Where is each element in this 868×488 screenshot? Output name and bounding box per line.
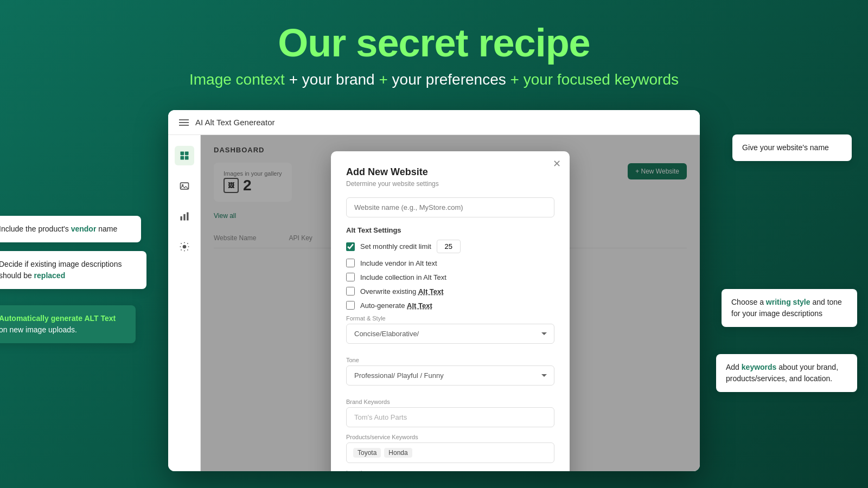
modal-subtitle: Determine your website settings — [346, 180, 554, 188]
format-style-group: Format & Style Concise/Elaborative/ — [346, 315, 554, 350]
sidebar-images-icon[interactable] — [175, 176, 194, 196]
svg-rect-2 — [180, 156, 184, 160]
credit-limit-row: Set monthly credit limit — [346, 240, 554, 253]
alt-text-settings-label: Alt Text Settings — [346, 226, 554, 234]
credit-limit-label: Set monthly credit limit — [360, 242, 431, 251]
brand-keywords-input[interactable] — [346, 407, 554, 427]
svg-rect-8 — [187, 213, 188, 221]
hero-subtitle: Image context + your brand + your prefer… — [0, 71, 868, 88]
autogen-checkbox[interactable] — [346, 301, 355, 310]
autogen-label: Auto-generate Alt Text — [360, 301, 432, 310]
vendor-checkbox-row: Include vendor in Alt text — [346, 259, 554, 267]
sidebar — [168, 135, 201, 471]
hamburger-menu[interactable] — [179, 119, 189, 126]
app-titlebar: AI Alt Text Genereator — [168, 110, 700, 135]
subtitle-plus1: + — [289, 71, 298, 88]
subtitle-part1: Image context — [189, 71, 289, 88]
collection-checkbox-row: Include collection in Alt Text — [346, 273, 554, 281]
credit-limit-input[interactable] — [437, 240, 461, 253]
app-window: AI Alt Text Genereator — [168, 110, 700, 471]
location-label: Location — [346, 470, 554, 471]
callout-keywords: Add keywords about your brand, products/… — [716, 354, 857, 392]
hero-section: Our secret recipe Image context + your b… — [0, 0, 868, 105]
add-website-modal: ✕ Add New Website Determine your website… — [331, 151, 570, 471]
modal-overlay: ✕ Add New Website Determine your website… — [201, 135, 700, 471]
callout-give-name-text: Give your website's name — [742, 143, 829, 152]
overwrite-label: Overwrite existing Alt Text — [360, 287, 444, 296]
modal-title: Add New Website — [346, 166, 554, 178]
svg-rect-6 — [180, 216, 182, 221]
subtitle-prefs: your preferences — [392, 71, 510, 88]
subtitle-plus2: + — [379, 71, 387, 88]
svg-rect-3 — [184, 156, 188, 160]
callout-give-name: Give your website's name — [732, 134, 852, 161]
sidebar-settings-icon[interactable] — [175, 237, 194, 256]
collection-label: Include collection in Alt Text — [360, 273, 446, 281]
format-style-select[interactable]: Concise/Elaborative/ — [346, 324, 554, 344]
replace-strong: replaced — [34, 271, 66, 280]
app-title: AI Alt Text Genereator — [195, 118, 275, 127]
tone-label: Tone — [346, 357, 554, 363]
svg-rect-1 — [184, 152, 188, 156]
callout-autogen: Automatically generate ALT Text on new i… — [0, 305, 136, 343]
location-group: Location — [346, 470, 554, 471]
vendor-label: Include vendor in Alt text — [360, 259, 437, 267]
products-keywords-input[interactable]: Toyota Honda — [346, 442, 554, 463]
main-content: Give your website's name Include the pro… — [0, 105, 868, 473]
tone-group: Tone Professional/ Playful / Funny — [346, 357, 554, 392]
svg-rect-0 — [180, 152, 184, 156]
subtitle-keywords: your focused keywords — [524, 71, 679, 88]
sidebar-dashboard-icon[interactable] — [175, 146, 194, 165]
hero-title: Our secret recipe — [0, 22, 868, 65]
autogen-rest: on new image uploads. — [0, 325, 77, 334]
format-style-label: Format & Style — [346, 315, 554, 322]
brand-keywords-group: Brand Keywords — [346, 399, 554, 427]
subtitle-plus3: + — [510, 71, 519, 88]
sidebar-analytics-icon[interactable] — [175, 207, 194, 226]
svg-point-9 — [183, 246, 186, 248]
subtitle-brand: your brand — [302, 71, 379, 88]
app-main: DASHBOARD Images in your gallery 🖼 2 Vie… — [201, 135, 700, 471]
products-keywords-group: Products/service Keywords Toyota Honda — [346, 434, 554, 463]
credit-limit-checkbox[interactable] — [346, 242, 355, 251]
tone-select[interactable]: Professional/ Playful / Funny — [346, 365, 554, 386]
overwrite-checkbox[interactable] — [346, 287, 355, 296]
modal-close-button[interactable]: ✕ — [553, 159, 561, 169]
tag-honda: Honda — [384, 448, 412, 458]
callout-vendor: Include the product's vendor name — [0, 216, 141, 242]
products-keywords-label: Products/service Keywords — [346, 434, 554, 440]
keywords-strong: keywords — [742, 363, 777, 371]
writing-strong: writing style — [766, 298, 810, 306]
callout-replace: Decide if existing image descriptions sh… — [0, 251, 146, 289]
brand-keywords-label: Brand Keywords — [346, 399, 554, 405]
vendor-strong: vendor — [71, 224, 97, 233]
app-body: DASHBOARD Images in your gallery 🖼 2 Vie… — [168, 135, 700, 471]
autogen-checkbox-row: Auto-generate Alt Text — [346, 301, 554, 310]
tag-toyota: Toyota — [353, 448, 381, 458]
website-name-input[interactable] — [346, 197, 554, 217]
callout-writing: Choose a writing style and tone for your… — [722, 289, 857, 327]
overwrite-checkbox-row: Overwrite existing Alt Text — [346, 287, 554, 296]
autogen-strong: Automatically generate ALT Text — [0, 314, 116, 323]
collection-checkbox[interactable] — [346, 273, 355, 281]
svg-rect-7 — [183, 214, 185, 221]
vendor-checkbox[interactable] — [346, 259, 355, 267]
